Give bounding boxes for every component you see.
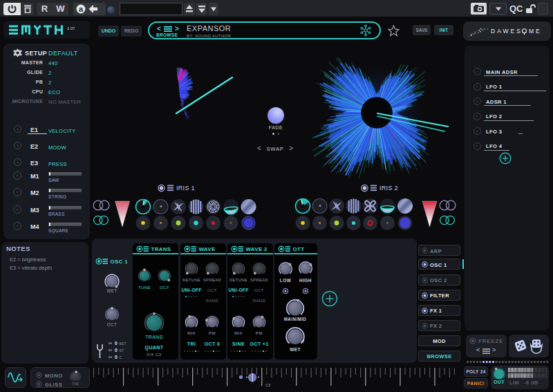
svg-text:C3: C3: [265, 383, 270, 387]
